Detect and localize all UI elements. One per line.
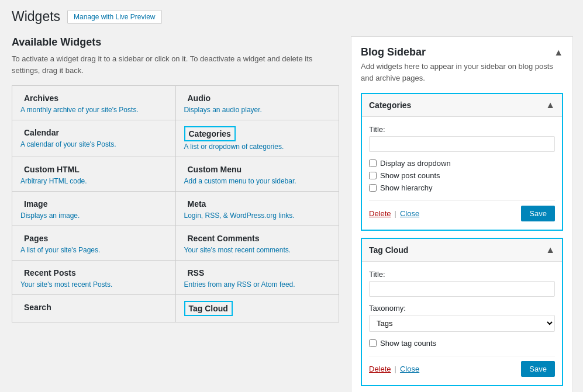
available-widgets-title: Available Widgets bbox=[12, 36, 339, 48]
widget-name: Custom HTML bbox=[20, 163, 83, 176]
tag-cloud-delete-button[interactable]: Delete bbox=[369, 365, 391, 373]
widget-desc: A list or dropdown of categories. bbox=[184, 143, 331, 151]
tag-cloud-close-button[interactable]: Close bbox=[400, 365, 419, 373]
widget-desc: Displays an image. bbox=[20, 211, 167, 220]
widgets-table: ArchivesA monthly archive of your site's… bbox=[12, 85, 339, 322]
widget-desc: A monthly archive of your site's Posts. bbox=[20, 106, 167, 114]
show-post-counts-checkbox[interactable] bbox=[369, 172, 377, 179]
show-tag-counts-checkbox[interactable] bbox=[369, 339, 377, 347]
widget-cell[interactable]: Custom MenuAdd a custom menu to your sid… bbox=[175, 157, 339, 192]
widget-cell[interactable]: MetaLogin, RSS, & WordPress.org links. bbox=[175, 192, 339, 226]
widget-name: Recent Posts bbox=[20, 266, 80, 279]
show-post-counts-item[interactable]: Show post counts bbox=[369, 171, 555, 180]
widget-desc: Add a custom menu to your sidebar. bbox=[184, 177, 331, 185]
blog-sidebar-title: Blog Sidebar bbox=[361, 46, 426, 58]
categories-close-button[interactable]: Close bbox=[400, 209, 419, 218]
tag-cloud-widget-panel: Tag Cloud ▲ Title: Taxonomy: Tags Cat bbox=[361, 238, 563, 386]
tag-cloud-title-input[interactable] bbox=[369, 281, 555, 297]
categories-checkboxes: Display as dropdown Show post counts Sho… bbox=[369, 159, 555, 192]
tag-cloud-widget-links: Delete | Close bbox=[369, 365, 419, 373]
widget-desc: A calendar of your site's Posts. bbox=[20, 140, 167, 148]
widget-cell[interactable]: Recent CommentsYour site's most recent c… bbox=[175, 226, 339, 261]
widget-cell[interactable]: CategoriesA list or dropdown of categori… bbox=[175, 120, 339, 157]
widget-name: Calendar bbox=[20, 126, 63, 139]
widget-desc: A list of your site's Pages. bbox=[20, 246, 167, 254]
categories-title-input[interactable] bbox=[369, 136, 555, 152]
widget-name: Recent Comments bbox=[184, 232, 263, 245]
sidebar-collapse-button[interactable]: ▲ bbox=[554, 47, 563, 58]
widget-cell[interactable]: Custom HTMLArbitrary HTML code. bbox=[12, 157, 176, 192]
show-tag-counts-item[interactable]: Show tag counts bbox=[369, 339, 555, 348]
live-preview-button[interactable]: Manage with Live Preview bbox=[67, 10, 161, 24]
categories-widget-body: Title: Display as dropdown Show post cou… bbox=[362, 117, 562, 230]
page-title: Widgets bbox=[12, 9, 60, 25]
categories-widget-title: Categories bbox=[369, 100, 411, 110]
widget-name: Archives bbox=[20, 92, 62, 105]
categories-widget-header: Categories ▲ bbox=[362, 94, 562, 117]
tag-cloud-save-button[interactable]: Save bbox=[521, 361, 555, 377]
categories-delete-button[interactable]: Delete bbox=[369, 209, 391, 218]
tag-cloud-title-group: Title: bbox=[369, 270, 555, 297]
tag-cloud-link-sep: | bbox=[395, 365, 396, 373]
blog-sidebar-box: Blog Sidebar ▲ Add widgets here to appea… bbox=[351, 36, 573, 392]
widget-cell[interactable]: Recent PostsYour site's most recent Post… bbox=[12, 261, 176, 295]
tag-cloud-title-label: Title: bbox=[369, 270, 555, 279]
widget-name: Search bbox=[20, 301, 55, 314]
widget-cell[interactable]: RSSEntries from any RSS or Atom feed. bbox=[175, 261, 339, 295]
categories-widget-links: Delete | Close bbox=[369, 209, 419, 218]
display-dropdown-item[interactable]: Display as dropdown bbox=[369, 159, 555, 168]
widget-name: Pages bbox=[20, 232, 51, 245]
tag-cloud-widget-header: Tag Cloud ▲ bbox=[362, 239, 562, 262]
widget-name: Audio bbox=[184, 92, 215, 105]
widget-name: Custom Menu bbox=[184, 163, 246, 176]
blog-sidebar-desc: Add widgets here to appear in your sideb… bbox=[361, 61, 563, 84]
tag-cloud-taxonomy-select[interactable]: Tags Categories Post Format bbox=[369, 315, 555, 332]
available-widgets-desc: To activate a widget drag it to a sideba… bbox=[12, 53, 339, 76]
widget-name: Categories bbox=[184, 126, 236, 141]
show-hierarchy-label: Show hierarchy bbox=[380, 183, 433, 192]
widget-desc: Your site's most recent Posts. bbox=[20, 280, 167, 289]
widget-name: RSS bbox=[184, 266, 208, 279]
tag-cloud-checkboxes: Show tag counts bbox=[369, 339, 555, 348]
show-tag-counts-label: Show tag counts bbox=[380, 339, 436, 348]
show-post-counts-label: Show post counts bbox=[380, 171, 440, 180]
widget-cell[interactable]: Search bbox=[12, 295, 176, 322]
widget-cell[interactable]: Tag Cloud bbox=[175, 295, 339, 322]
show-hierarchy-item[interactable]: Show hierarchy bbox=[369, 183, 555, 192]
tag-cloud-widget-footer: Delete | Close Save bbox=[369, 356, 555, 377]
categories-collapse-button[interactable]: ▲ bbox=[546, 100, 555, 110]
show-hierarchy-checkbox[interactable] bbox=[369, 184, 377, 192]
widget-cell[interactable]: ArchivesA monthly archive of your site's… bbox=[12, 86, 176, 120]
tag-cloud-taxonomy-group: Taxonomy: Tags Categories Post Format bbox=[369, 304, 555, 332]
categories-save-button[interactable]: Save bbox=[521, 206, 555, 221]
widget-name: Image bbox=[20, 197, 51, 210]
categories-title-group: Title: bbox=[369, 125, 555, 152]
display-dropdown-checkbox[interactable] bbox=[369, 159, 377, 167]
widget-name: Meta bbox=[184, 197, 210, 210]
widget-desc: Login, RSS, & WordPress.org links. bbox=[184, 211, 331, 220]
widget-cell[interactable]: AudioDisplays an audio player. bbox=[175, 86, 339, 120]
widget-desc: Arbitrary HTML code. bbox=[20, 177, 167, 185]
widget-cell[interactable]: PagesA list of your site's Pages. bbox=[12, 226, 176, 261]
widget-name: Tag Cloud bbox=[184, 301, 233, 316]
tag-cloud-widget-body: Title: Taxonomy: Tags Categories Post Fo… bbox=[362, 262, 562, 385]
widget-desc: Entries from any RSS or Atom feed. bbox=[184, 280, 331, 289]
display-dropdown-label: Display as dropdown bbox=[380, 159, 451, 168]
widget-cell[interactable]: ImageDisplays an image. bbox=[12, 192, 176, 226]
categories-widget-footer: Delete | Close Save bbox=[369, 200, 555, 221]
widget-desc: Your site's most recent comments. bbox=[184, 246, 331, 254]
tag-cloud-widget-title: Tag Cloud bbox=[369, 245, 408, 255]
tag-cloud-collapse-button[interactable]: ▲ bbox=[546, 245, 555, 255]
widget-cell[interactable]: CalendarA calendar of your site's Posts. bbox=[12, 120, 176, 157]
categories-widget-panel: Categories ▲ Title: Display as dropdown bbox=[361, 93, 563, 231]
tag-cloud-taxonomy-label: Taxonomy: bbox=[369, 304, 555, 313]
categories-title-label: Title: bbox=[369, 125, 555, 134]
categories-link-sep: | bbox=[395, 209, 396, 218]
widget-desc: Displays an audio player. bbox=[184, 106, 331, 114]
